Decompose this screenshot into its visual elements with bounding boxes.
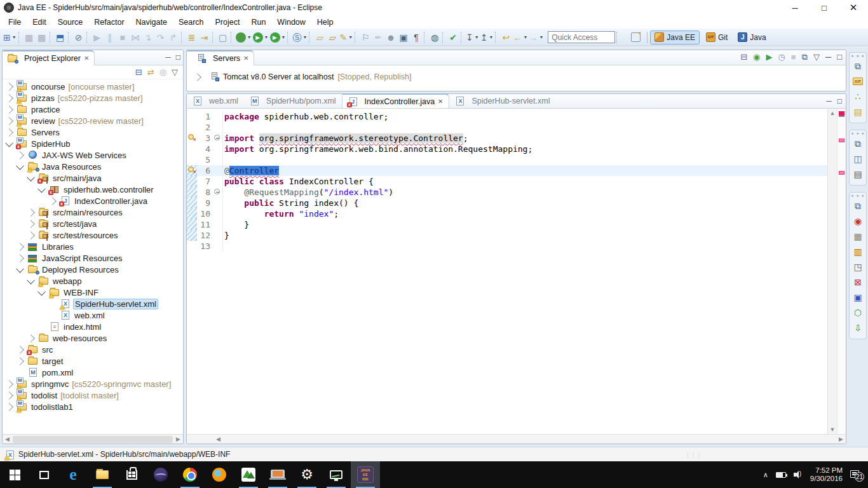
expand-icon[interactable] xyxy=(5,94,13,102)
expand-icon[interactable] xyxy=(27,220,35,228)
link-with-editor-button[interactable]: ⇄ xyxy=(147,68,154,76)
perspective-java[interactable]: JJava xyxy=(734,30,770,44)
problem-marker[interactable] xyxy=(839,171,844,175)
expand-icon[interactable] xyxy=(193,73,201,81)
maximize-editor-button[interactable]: □ xyxy=(837,97,842,105)
dropdown-arrow-icon[interactable]: ▼ xyxy=(489,35,494,39)
file-explorer-app[interactable] xyxy=(88,461,117,488)
tree-item-deployed-resources[interactable]: Deployed Resources xyxy=(3,264,183,275)
collapse-icon[interactable] xyxy=(37,287,46,295)
tree-item-spiderhub-servlet-xml[interactable]: XSpiderHub-servlet.xml xyxy=(3,298,183,309)
dropdown-arrow-icon[interactable]: ▼ xyxy=(348,35,353,39)
hp-support-app[interactable] xyxy=(234,461,263,488)
minimize-view-button[interactable]: ─ xyxy=(165,53,171,62)
outline-button[interactable]: ◫ xyxy=(851,152,865,166)
editor-hscrollbar[interactable]: ◀ ▶ xyxy=(187,434,846,444)
scrollbar-thumb[interactable] xyxy=(13,436,173,443)
expand-icon[interactable] xyxy=(5,105,13,114)
console-button[interactable]: ▣ xyxy=(851,290,865,304)
start-server-button[interactable]: ▶ xyxy=(766,53,772,61)
expand-icon[interactable] xyxy=(5,117,13,125)
task-view-button[interactable] xyxy=(29,461,58,488)
user-button[interactable]: ☻ xyxy=(384,30,397,44)
expand-icon[interactable] xyxy=(5,403,13,411)
expand-icon[interactable] xyxy=(27,334,35,342)
web-browser-button[interactable]: ◍ xyxy=(428,30,441,44)
menu-help[interactable]: Help xyxy=(311,17,339,28)
open-task-button[interactable]: ▢ xyxy=(217,30,229,44)
clock[interactable]: 7:52 PM9/30/2016 xyxy=(810,466,843,483)
tree-item-todolistlab1[interactable]: Mtodolistlab1 xyxy=(3,401,183,412)
dropdown-arrow-icon[interactable]: ▼ xyxy=(523,35,527,39)
text-frame-button[interactable]: ▣ xyxy=(397,30,410,44)
scroll-left-icon[interactable]: ◀ xyxy=(214,436,223,442)
tree-item-review[interactable]: Mreview[cs5220-review master] xyxy=(3,115,183,126)
expand-icon[interactable] xyxy=(5,380,13,388)
menu-run[interactable]: Run xyxy=(245,17,271,28)
tree-item-web-inf[interactable]: WEB-INF xyxy=(3,287,183,298)
scroll-right-icon[interactable]: ▶ xyxy=(173,436,183,442)
git-repositories-button[interactable]: GIT xyxy=(851,74,865,88)
drag-handle[interactable]: ● ● ● xyxy=(850,54,866,58)
restore-views-button[interactable]: ⧉ xyxy=(851,199,865,213)
tree-item-practice[interactable]: practice xyxy=(3,104,183,115)
server-row[interactable]: Tomcat v8.0 Server at localhost [Stopped… xyxy=(187,71,846,83)
tree-item-src-main-resources[interactable]: src/main/resources xyxy=(3,207,183,218)
run-history-button[interactable]: ≣ xyxy=(186,30,198,44)
dropdown-arrow-icon[interactable]: ▼ xyxy=(539,35,543,39)
export-button[interactable]: ▱ xyxy=(326,30,339,44)
dropdown-arrow-icon[interactable]: ▼ xyxy=(302,35,307,39)
firefox-app[interactable] xyxy=(205,461,234,488)
settings-app[interactable]: ⚙ xyxy=(292,461,322,488)
tab-project-explorer[interactable]: Project Explorer ✕ xyxy=(3,50,95,65)
tree-item-spiderhub[interactable]: MxSpiderHub xyxy=(3,138,183,149)
expand-icon[interactable] xyxy=(16,243,24,251)
skip-breakpoints-button[interactable]: ⊘ xyxy=(72,30,85,44)
error-log-button[interactable]: ⊠ xyxy=(851,275,865,289)
install-button[interactable]: ⇩ xyxy=(851,321,865,335)
expand-icon[interactable] xyxy=(48,197,57,205)
minimize-button[interactable]: ─ xyxy=(780,0,810,15)
external-tools-button[interactable]: ⇥ xyxy=(198,30,211,44)
maximize-view-button[interactable]: □ xyxy=(837,53,842,61)
menu-search[interactable]: Search xyxy=(173,17,210,28)
view-menu-button[interactable]: ▽ xyxy=(813,53,820,61)
git-staging-button[interactable]: ▤ xyxy=(851,105,865,119)
properties-button[interactable]: ▦ xyxy=(851,229,865,243)
tree-item-indexcontroller-java[interactable]: JxIndexController.java xyxy=(3,195,183,207)
close-button[interactable]: ✕ xyxy=(839,0,868,15)
tree-item-servers[interactable]: Servers xyxy=(3,126,183,138)
overview-ruler[interactable] xyxy=(837,109,846,434)
menu-navigate[interactable]: Navigate xyxy=(130,17,173,28)
tab-servers[interactable]: Servers ✕ xyxy=(187,50,254,65)
expand-icon[interactable] xyxy=(27,231,35,240)
debug-server-button[interactable]: ◉ xyxy=(753,53,760,61)
import-button[interactable]: ▱ xyxy=(313,30,326,44)
tree-item-spiderhub-web-controller[interactable]: xspiderhub.web.controller xyxy=(3,184,183,195)
dropdown-arrow-icon[interactable]: ▼ xyxy=(264,35,269,39)
pilcrow-button[interactable]: ¶ xyxy=(410,30,423,44)
menu-project[interactable]: Project xyxy=(210,17,246,28)
markers-button[interactable]: ◉ xyxy=(851,214,865,228)
code-editor[interactable]: 1package spiderhub.web.controller;2✕3imp… xyxy=(187,109,827,434)
restore-views-button[interactable]: ⧉ xyxy=(851,137,865,151)
collapse-icon[interactable] xyxy=(27,173,35,181)
dropdown-arrow-icon[interactable]: ▼ xyxy=(281,35,286,39)
perspective-git[interactable]: GITGit xyxy=(702,30,731,44)
start-button[interactable] xyxy=(0,461,29,488)
show-hidden-icons-button[interactable]: ∧ xyxy=(763,471,768,479)
tree-item-pom-xml[interactable]: Mpom.xml xyxy=(3,367,183,378)
coverage-button[interactable]: ▶▼ xyxy=(269,30,287,44)
edge-app[interactable]: e xyxy=(58,461,88,488)
expand-icon[interactable] xyxy=(5,391,13,400)
documentation-button[interactable]: ◳ xyxy=(851,260,865,274)
pin-button[interactable]: ⚐ xyxy=(359,30,372,44)
menu-source[interactable]: Source xyxy=(52,17,89,28)
menu-window[interactable]: Window xyxy=(271,17,311,28)
tree-item-index-html[interactable]: ≡index.html xyxy=(3,321,183,332)
profile-button[interactable]: Ⓢ▼ xyxy=(292,30,308,44)
tree-item-src-test-java[interactable]: src/test/java xyxy=(3,218,183,229)
task-list-button[interactable]: ▤ xyxy=(851,167,865,181)
chrome-app[interactable] xyxy=(175,461,205,488)
fold-collapse-icon[interactable] xyxy=(214,135,220,140)
